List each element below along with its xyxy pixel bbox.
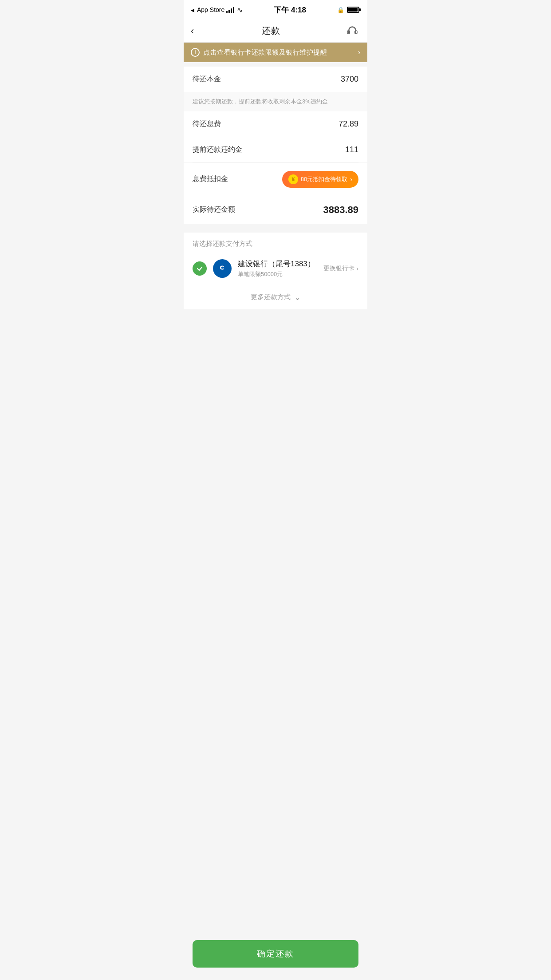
actual-label: 实际待还金额 <box>193 205 235 214</box>
penalty-label: 提前还款违约金 <box>193 145 242 154</box>
page-title: 还款 <box>262 25 280 37</box>
status-left: ◂ App Store ∿ <box>191 6 243 14</box>
actual-amount-row: 实际待还金额 3883.89 <box>184 196 367 224</box>
advisory-note: 建议您按期还款，提前还款将收取剩余本金3%违约金 <box>184 92 367 111</box>
more-payment-button[interactable]: 更多还款方式 ⌄ <box>184 285 367 309</box>
payment-section: 请选择还款支付方式 建设银行（尾号1383） 单笔限额50000元 更换银行卡 … <box>184 233 367 309</box>
change-bank-arrow-icon: › <box>356 265 358 272</box>
principal-row: 待还本金 3700 <box>184 67 367 92</box>
signal-icon <box>226 7 234 13</box>
carrier-chevron: ◂ <box>191 6 194 14</box>
change-bank-button[interactable]: 更换银行卡 › <box>323 265 358 273</box>
notice-text: 点击查看银行卡还款限额及银行维护提醒 <box>203 48 327 57</box>
status-bar: ◂ App Store ∿ 下午 4:18 🔒 <box>184 0 367 20</box>
actual-value: 3883.89 <box>323 204 358 216</box>
section-divider-2 <box>184 224 367 228</box>
svg-rect-0 <box>348 31 350 34</box>
coupon-arrow-icon: › <box>350 176 352 183</box>
payment-section-label: 请选择还款支付方式 <box>184 233 367 252</box>
notice-banner[interactable]: i 点击查看银行卡还款限额及银行维护提醒 › <box>184 43 367 62</box>
notice-info-icon: i <box>191 48 200 57</box>
coupon-label: 息费抵扣金 <box>193 174 228 184</box>
principal-label: 待还本金 <box>193 75 221 84</box>
bank-info: 建设银行（尾号1383） 单笔限额50000元 <box>238 259 317 278</box>
interest-row: 待还息费 72.89 <box>184 111 367 137</box>
coupon-coin-icon: ¥ <box>288 174 298 184</box>
coupon-btn-text: 80元抵扣金待领取 <box>301 175 347 183</box>
principal-value: 3700 <box>341 75 358 84</box>
headset-icon <box>346 25 358 37</box>
interest-value: 72.89 <box>338 119 358 129</box>
selected-indicator <box>193 261 207 276</box>
change-bank-text: 更换银行卡 <box>323 265 354 273</box>
interest-label: 待还息费 <box>193 119 221 129</box>
carrier-name: App Store <box>197 6 224 13</box>
battery-icon <box>347 7 360 13</box>
lock-icon: 🔒 <box>337 7 344 13</box>
more-payment-text: 更多还款方式 <box>251 293 291 301</box>
bank-logo <box>213 259 232 278</box>
penalty-row: 提前还款违约金 111 <box>184 137 367 162</box>
status-right: 🔒 <box>337 7 360 13</box>
wifi-icon: ∿ <box>237 6 243 14</box>
bottom-spacer <box>184 309 367 363</box>
bank-name: 建设银行（尾号1383） <box>238 259 317 269</box>
nav-bar: ‹ 还款 <box>184 20 367 43</box>
back-button[interactable]: ‹ <box>187 22 197 40</box>
section-divider-1 <box>184 62 367 67</box>
more-payment-expand-icon: ⌄ <box>294 292 301 302</box>
bank-row: 建设银行（尾号1383） 单笔限额50000元 更换银行卡 › <box>184 252 367 285</box>
notice-arrow-icon: › <box>358 48 360 56</box>
principal-section: 待还本金 3700 <box>184 67 367 92</box>
svg-rect-1 <box>354 31 356 34</box>
status-time: 下午 4:18 <box>274 5 306 15</box>
coupon-button[interactable]: ¥ 80元抵扣金待领取 › <box>282 171 358 188</box>
coupon-row: 息费抵扣金 ¥ 80元抵扣金待领取 › <box>184 163 367 196</box>
penalty-value: 111 <box>345 145 358 154</box>
bank-limit: 单笔限额50000元 <box>238 270 317 278</box>
headset-button[interactable] <box>344 23 360 39</box>
